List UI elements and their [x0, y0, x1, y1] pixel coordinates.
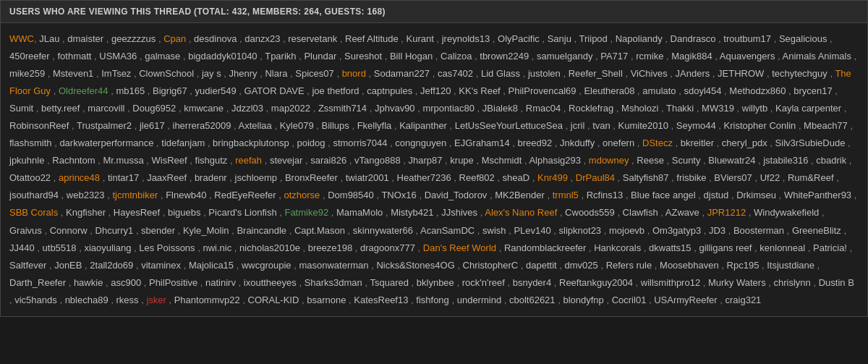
- user[interactable]: bigdaddyk01040: [188, 51, 257, 62]
- user[interactable]: Nicks&Stones4OG: [376, 260, 454, 271]
- user[interactable]: Kristopher Conlin: [724, 120, 796, 131]
- user[interactable]: rkess: [116, 295, 138, 305]
- user[interactable]: fishgutz: [195, 155, 228, 166]
- user[interactable]: onefern: [603, 137, 634, 148]
- user[interactable]: skinnywater66: [353, 225, 413, 236]
- user[interactable]: nwi.nic: [203, 242, 231, 253]
- user[interactable]: Randomblackreefer: [504, 242, 586, 253]
- user[interactable]: Alphasig293: [529, 155, 581, 166]
- user[interactable]: Boosterman: [733, 225, 784, 236]
- user[interactable]: willytb: [742, 103, 767, 114]
- user[interactable]: Oldreefer44: [59, 85, 109, 96]
- user[interactable]: Billups: [322, 120, 349, 131]
- user[interactable]: Rpc195: [727, 260, 760, 271]
- user[interactable]: WisReef: [152, 155, 187, 166]
- user[interactable]: jpkuhnle: [9, 155, 44, 166]
- user[interactable]: stmorris7044: [333, 137, 387, 148]
- user[interactable]: sbender: [141, 225, 175, 236]
- user[interactable]: frisbike: [676, 172, 706, 183]
- user[interactable]: cas7402: [438, 68, 473, 79]
- user[interactable]: jle617: [140, 120, 165, 131]
- user[interactable]: Itsjustdiane: [767, 260, 814, 271]
- user[interactable]: dragoonx777: [360, 242, 415, 253]
- user[interactable]: AcanSamDC: [420, 225, 475, 236]
- user[interactable]: Magik884: [671, 51, 712, 62]
- user[interactable]: Animals Animals: [783, 51, 851, 62]
- user[interactable]: mrpontiac80: [422, 103, 475, 114]
- user[interactable]: Eleuthera08: [584, 85, 634, 96]
- user[interactable]: Sureshot: [344, 51, 382, 62]
- user[interactable]: bringbackplutonsp: [213, 137, 289, 148]
- user[interactable]: betty.reef: [41, 103, 80, 114]
- user[interactable]: Rcfins13: [587, 190, 624, 200]
- user[interactable]: Connorw: [50, 225, 88, 236]
- user[interactable]: DStecz: [642, 137, 673, 148]
- user[interactable]: blondyfnp: [563, 295, 603, 305]
- user[interactable]: Kurant: [407, 33, 434, 44]
- user[interactable]: Methodzx860: [729, 85, 786, 96]
- user[interactable]: Bill Hogan: [390, 51, 433, 62]
- user[interactable]: RedEyeReefer: [214, 190, 276, 200]
- user[interactable]: Knr499: [537, 172, 568, 183]
- user[interactable]: 2tall2do69: [90, 260, 133, 271]
- user[interactable]: Rocklefrag: [569, 103, 613, 114]
- user[interactable]: vic5hands: [14, 295, 57, 305]
- user[interactable]: reservetank: [288, 33, 337, 44]
- user[interactable]: bsnyder4: [513, 277, 551, 288]
- user[interactable]: Rachntom: [52, 155, 95, 166]
- user[interactable]: Kyle079: [280, 120, 314, 131]
- user[interactable]: krupe: [450, 155, 474, 166]
- user[interactable]: Kayla carpenter: [775, 103, 841, 114]
- user[interactable]: USArmyReefer: [654, 295, 717, 305]
- user[interactable]: geezzzzus: [111, 33, 156, 44]
- user[interactable]: desdinova: [194, 33, 237, 44]
- user[interactable]: Triipod: [579, 33, 608, 44]
- user[interactable]: tbrown2249: [480, 51, 529, 62]
- user[interactable]: Nlara: [265, 68, 287, 79]
- user[interactable]: Fkellyfla: [357, 120, 392, 131]
- user[interactable]: justolen: [528, 68, 561, 79]
- user[interactable]: Saltfever: [9, 260, 46, 271]
- user[interactable]: darkwaterperformance: [59, 137, 153, 148]
- user[interactable]: Bluewatr24: [708, 155, 755, 166]
- user[interactable]: web2323: [67, 190, 105, 200]
- user[interactable]: masonwaterman: [299, 260, 368, 271]
- user[interactable]: kenlonneal: [760, 242, 805, 253]
- user[interactable]: JBialek8: [482, 103, 518, 114]
- user[interactable]: danzx23: [244, 33, 280, 44]
- user[interactable]: vTango888: [354, 155, 401, 166]
- user[interactable]: LetUsSeeYourLettuceSea: [455, 120, 563, 131]
- user[interactable]: Mbeach77: [804, 120, 848, 131]
- user[interactable]: JonEB: [54, 260, 82, 271]
- user[interactable]: JJ440: [9, 242, 35, 253]
- user[interactable]: AZwave: [665, 207, 699, 218]
- user[interactable]: Reefer_Shell: [569, 68, 623, 79]
- user[interactable]: Jphvav90: [375, 103, 415, 114]
- user[interactable]: slipknot23: [559, 225, 602, 236]
- user[interactable]: trmnl5: [553, 190, 579, 200]
- user[interactable]: MK2Bender: [495, 190, 545, 200]
- user[interactable]: dmaister: [67, 33, 103, 44]
- user[interactable]: Drkimseu: [736, 190, 776, 200]
- user[interactable]: breeze198: [308, 242, 352, 253]
- user[interactable]: biguebs: [168, 207, 201, 218]
- user[interactable]: Kyle_Molin: [183, 225, 229, 236]
- user[interactable]: wwcgroupie: [242, 260, 292, 271]
- user[interactable]: asc900: [111, 277, 141, 288]
- user[interactable]: reefah: [235, 155, 262, 166]
- user[interactable]: Kngfisher: [66, 207, 106, 218]
- user[interactable]: Silv3rSubieDude: [775, 137, 846, 148]
- user[interactable]: Braincandle: [237, 225, 286, 236]
- user[interactable]: JaaxReef: [147, 172, 187, 183]
- user[interactable]: JPR1212: [707, 207, 746, 218]
- user[interactable]: JETHROW: [718, 68, 764, 79]
- user[interactable]: JLau: [39, 33, 59, 44]
- user[interactable]: map2022: [271, 103, 310, 114]
- user[interactable]: Heather7236: [397, 172, 451, 183]
- user[interactable]: tjcmtnbiker: [112, 190, 158, 200]
- user[interactable]: undermind: [457, 295, 501, 305]
- user[interactable]: Dustin B: [819, 277, 854, 288]
- user[interactable]: Darth_Reefer: [9, 277, 66, 288]
- user[interactable]: BViers07: [714, 172, 752, 183]
- user[interactable]: bkreitler: [681, 137, 714, 148]
